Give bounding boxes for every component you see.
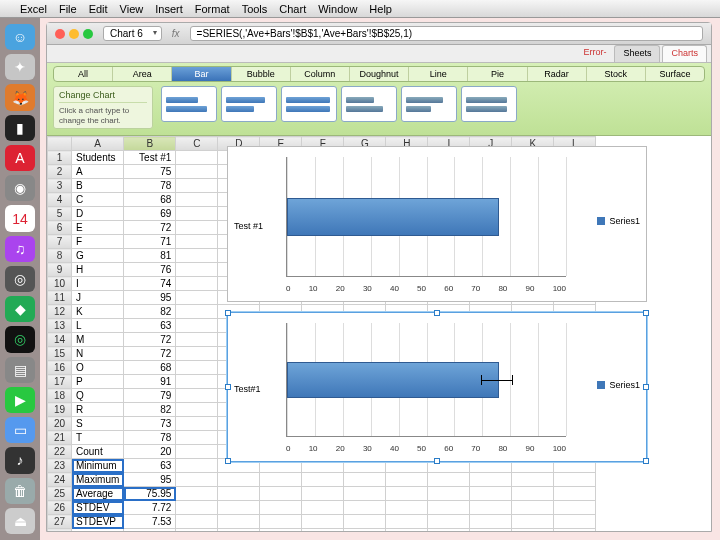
row-header-3[interactable]: 3 (48, 179, 72, 193)
cell-A17[interactable]: P (72, 375, 124, 389)
cell-K27[interactable] (512, 515, 554, 529)
music-icon[interactable]: ♪ (5, 447, 35, 473)
cell-A13[interactable]: L (72, 319, 124, 333)
row-header-2[interactable]: 2 (48, 165, 72, 179)
formula-bar[interactable]: =SERIES(,'Ave+Bars'!$B$1,'Ave+Bars'!$B$2… (190, 26, 703, 41)
cell-H28[interactable] (386, 529, 428, 531)
row-header-12[interactable]: 12 (48, 305, 72, 319)
cell-C9[interactable] (176, 263, 218, 277)
cell-A24[interactable]: Maximum (72, 473, 124, 487)
cell-C23[interactable] (176, 459, 218, 473)
row-header-25[interactable]: 25 (48, 487, 72, 501)
cell-C17[interactable] (176, 375, 218, 389)
cell-I26[interactable] (428, 501, 470, 515)
cell-C6[interactable] (176, 221, 218, 235)
cell-A8[interactable]: G (72, 249, 124, 263)
cell-I28[interactable] (428, 529, 470, 531)
cell-L26[interactable] (554, 501, 596, 515)
cell-C22[interactable] (176, 445, 218, 459)
cell-B9[interactable]: 76 (124, 263, 176, 277)
cell-J24[interactable] (470, 473, 512, 487)
cell-A2[interactable]: A (72, 165, 124, 179)
cell-K25[interactable] (512, 487, 554, 501)
cell-F26[interactable] (302, 501, 344, 515)
cell-J26[interactable] (470, 501, 512, 515)
cell-A27[interactable]: STDEVP (72, 515, 124, 529)
cell-I27[interactable] (428, 515, 470, 529)
cell-B6[interactable]: 72 (124, 221, 176, 235)
row-header-11[interactable]: 11 (48, 291, 72, 305)
chart-type-all[interactable]: All (54, 67, 113, 81)
cell-D26[interactable] (218, 501, 260, 515)
cell-C15[interactable] (176, 347, 218, 361)
cell-F27[interactable] (302, 515, 344, 529)
cell-A25[interactable]: Average (72, 487, 124, 501)
cell-B27[interactable]: 7.53 (124, 515, 176, 529)
cell-C27[interactable] (176, 515, 218, 529)
cell-C2[interactable] (176, 165, 218, 179)
resize-handle-se[interactable] (643, 458, 649, 464)
cell-B11[interactable]: 95 (124, 291, 176, 305)
bar-subtype-1[interactable] (161, 86, 217, 122)
cell-A28[interactable] (72, 529, 124, 531)
menu-format[interactable]: Format (195, 3, 230, 15)
cell-F24[interactable] (302, 473, 344, 487)
resize-handle-ne[interactable] (643, 310, 649, 316)
cell-L27[interactable] (554, 515, 596, 529)
row-header-28[interactable]: 28 (48, 529, 72, 531)
menu-help[interactable]: Help (369, 3, 392, 15)
close-icon[interactable] (55, 29, 65, 39)
cell-C10[interactable] (176, 277, 218, 291)
bar-subtype-4[interactable] (341, 86, 397, 122)
row-header-27[interactable]: 27 (48, 515, 72, 529)
menu-window[interactable]: Window (318, 3, 357, 15)
cell-K26[interactable] (512, 501, 554, 515)
calendar-icon[interactable]: 14 (5, 205, 35, 231)
facetime-icon[interactable]: ▶ (5, 387, 35, 413)
menu-chart[interactable]: Chart (279, 3, 306, 15)
cell-L24[interactable] (554, 473, 596, 487)
cell-D28[interactable] (218, 529, 260, 531)
cell-B19[interactable]: 82 (124, 403, 176, 417)
row-header-20[interactable]: 20 (48, 417, 72, 431)
cell-B20[interactable]: 73 (124, 417, 176, 431)
cell-B1[interactable]: Test #1 (124, 151, 176, 165)
cell-A3[interactable]: B (72, 179, 124, 193)
row-header-16[interactable]: 16 (48, 361, 72, 375)
chart-1[interactable]: Test #1 Series1 0102030405060708090100 (227, 146, 647, 302)
safari-icon[interactable]: ✦ (5, 54, 35, 80)
cell-C12[interactable] (176, 305, 218, 319)
cell-E25[interactable] (260, 487, 302, 501)
cell-B24[interactable]: 95 (124, 473, 176, 487)
col-header-C[interactable]: C (176, 137, 218, 151)
cell-A6[interactable]: E (72, 221, 124, 235)
activity-icon[interactable]: ▤ (5, 357, 35, 383)
green-app-icon[interactable]: ◆ (5, 296, 35, 322)
cell-C11[interactable] (176, 291, 218, 305)
cell-B10[interactable]: 74 (124, 277, 176, 291)
chart-type-stock[interactable]: Stock (587, 67, 646, 81)
cell-H25[interactable] (386, 487, 428, 501)
chart-2[interactable]: Test#1 Series1 0102030405060708090100 (227, 312, 647, 462)
cell-B26[interactable]: 7.72 (124, 501, 176, 515)
cell-A22[interactable]: Count (72, 445, 124, 459)
row-header-24[interactable]: 24 (48, 473, 72, 487)
cell-H26[interactable] (386, 501, 428, 515)
menu-excel[interactable]: Excel (20, 3, 47, 15)
menu-bar[interactable]: Excel File Edit View Insert Format Tools… (0, 0, 720, 18)
fx-label[interactable]: fx (172, 28, 180, 39)
cell-B7[interactable]: 71 (124, 235, 176, 249)
chart-type-area[interactable]: Area (113, 67, 172, 81)
col-header-B[interactable]: B (124, 137, 176, 151)
row-header-9[interactable]: 9 (48, 263, 72, 277)
bar-subtype-3[interactable] (281, 86, 337, 122)
cell-A1[interactable]: Students (72, 151, 124, 165)
monitor-icon[interactable]: ▭ (5, 417, 35, 443)
cell-A19[interactable]: R (72, 403, 124, 417)
cell-H27[interactable] (386, 515, 428, 529)
chart-type-doughnut[interactable]: Doughnut (350, 67, 409, 81)
cell-A21[interactable]: T (72, 431, 124, 445)
bar-subtype-5[interactable] (401, 86, 457, 122)
chart-type-pie[interactable]: Pie (468, 67, 527, 81)
cell-E28[interactable] (260, 529, 302, 531)
